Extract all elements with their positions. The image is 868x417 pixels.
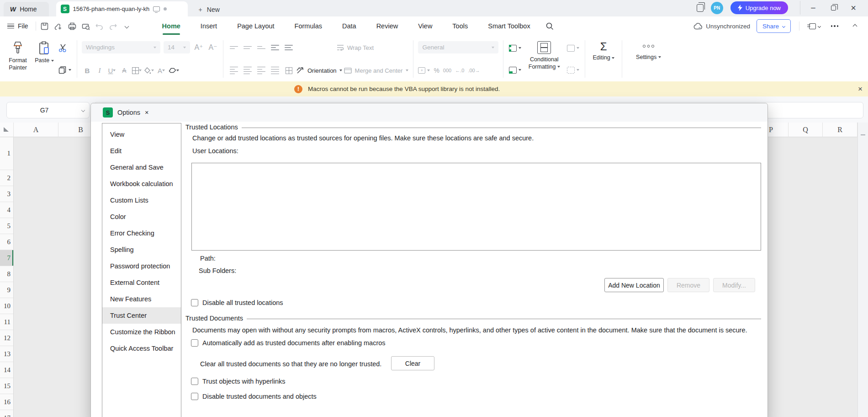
user-locations-listbox[interactable] — [191, 163, 761, 251]
collapse-ribbon-button[interactable] — [848, 19, 862, 33]
row-header[interactable]: 9 — [0, 282, 14, 298]
row-header[interactable]: 12 — [0, 330, 14, 346]
underline-button[interactable]: U — [106, 65, 117, 76]
row-header[interactable]: 11 — [0, 314, 14, 330]
decrease-decimal-button[interactable]: .00→ — [468, 68, 480, 73]
settings-button[interactable]: Settings — [633, 39, 664, 79]
tab-page-layout[interactable]: Page Layout — [227, 16, 284, 36]
delete-cells-button[interactable] — [509, 64, 521, 76]
row-header[interactable]: 8 — [0, 266, 14, 282]
align-bottom-button[interactable] — [255, 42, 267, 53]
remove-button[interactable]: Remove — [667, 278, 709, 292]
grow-font-button[interactable]: A⁺ — [193, 42, 204, 53]
add-new-location-button[interactable]: Add New Location — [604, 278, 664, 292]
row-header-selected[interactable]: 7 — [0, 250, 14, 266]
sidebar-item-workbook-calculation[interactable]: Workbook calculation — [102, 176, 181, 192]
tab-home[interactable]: Home — [152, 16, 191, 36]
row-header[interactable]: 16 — [0, 394, 14, 410]
align-top-button[interactable] — [228, 42, 240, 53]
row-header[interactable]: 13 — [0, 346, 14, 362]
orientation-button[interactable]: Orientation — [296, 64, 342, 76]
quick-toolbar-chevron[interactable] — [120, 19, 134, 33]
align-center-button[interactable] — [242, 65, 254, 76]
row-header[interactable]: 2 — [0, 170, 14, 186]
row-header[interactable]: 3 — [0, 186, 14, 202]
row-header[interactable]: 15 — [0, 378, 14, 394]
close-window-button[interactable]: × — [843, 1, 863, 15]
increase-decimal-button[interactable]: ←.0 — [455, 68, 464, 73]
font-color-button[interactable]: A — [156, 65, 167, 76]
disable-trusted-docs-checkbox[interactable] — [191, 393, 198, 400]
minimize-button[interactable]: – — [803, 1, 823, 15]
sidebar-item-external-content[interactable]: External Content — [102, 274, 181, 291]
increase-indent-button[interactable] — [283, 42, 295, 53]
shrink-font-button[interactable]: A⁻ — [207, 42, 218, 53]
home-launcher-tab[interactable]: W Home — [4, 2, 49, 16]
row-header[interactable]: 5 — [0, 218, 14, 234]
conditional-formatting-button[interactable]: ConditionalFormatting — [522, 39, 566, 79]
upgrade-now-button[interactable]: Upgrade now — [730, 1, 788, 14]
sidebar-item-spelling[interactable]: Spelling — [102, 241, 181, 258]
modify-button[interactable]: Modify... — [713, 278, 755, 292]
tab-formulas[interactable]: Formulas — [285, 16, 332, 36]
align-right-button[interactable] — [255, 65, 267, 76]
row-header[interactable]: 6 — [0, 234, 14, 250]
sync-status[interactable]: Unsynchronized — [693, 23, 750, 30]
font-size-select[interactable]: 14 — [164, 41, 190, 53]
comma-style-button[interactable]: 000 — [443, 68, 451, 73]
switch-layout-button[interactable] — [808, 19, 821, 33]
avatar[interactable]: PN — [711, 2, 723, 14]
sidebar-item-view[interactable]: View — [102, 126, 181, 143]
more-button[interactable] — [828, 19, 842, 33]
tab-list-icon[interactable] — [697, 4, 704, 12]
restore-button[interactable] — [823, 1, 843, 15]
print-preview-button[interactable] — [79, 19, 93, 33]
sidebar-item-new-features[interactable]: New Features — [102, 291, 181, 307]
strikethrough-button[interactable]: A — [119, 65, 130, 76]
font-name-select[interactable]: Wingdings — [82, 41, 160, 53]
file-menu-button[interactable]: File — [0, 16, 34, 36]
export-pdf-button[interactable] — [52, 19, 65, 33]
save-button[interactable] — [38, 19, 52, 33]
format-painter-button[interactable]: FormatPainter — [5, 39, 31, 79]
paste-button[interactable]: Paste — [31, 39, 58, 79]
justify-button[interactable] — [269, 65, 281, 76]
vertical-scrollbar[interactable] — [857, 123, 868, 417]
sidebar-item-quick-access-toolbar[interactable]: Quick Access Toolbar — [102, 340, 181, 357]
disable-trusted-locations-checkbox[interactable] — [191, 299, 198, 306]
print-button[interactable] — [65, 19, 79, 33]
row-header[interactable]: 14 — [0, 362, 14, 378]
sidebar-item-customize-the-ribbon[interactable]: Customize the Ribbon — [102, 324, 181, 340]
tab-smart-toolbox[interactable]: Smart Toolbox — [478, 16, 540, 36]
number-format-select[interactable]: General — [418, 41, 498, 53]
cell-style-button[interactable] — [567, 64, 579, 76]
borders-button[interactable] — [131, 65, 142, 76]
new-tab-button[interactable]: + New — [199, 6, 220, 13]
search-icon[interactable] — [543, 19, 557, 33]
clear-button[interactable]: Clear — [391, 356, 434, 370]
sidebar-item-password-protection[interactable]: Password protection — [102, 258, 181, 274]
warning-close-button[interactable]: × — [858, 85, 863, 94]
row-header[interactable]: 17 — [0, 410, 14, 417]
editing-button[interactable]: Σ Editing — [590, 39, 617, 79]
tab-tools[interactable]: Tools — [442, 16, 478, 36]
distributed-button[interactable] — [283, 65, 295, 76]
row-header[interactable]: 1 — [0, 137, 14, 170]
dialog-title-bar[interactable]: S Options × — [91, 103, 767, 122]
fill-color-button[interactable] — [143, 65, 154, 76]
cut-button[interactable] — [58, 42, 71, 54]
italic-button[interactable]: I — [94, 65, 105, 76]
align-left-button[interactable] — [228, 65, 240, 76]
eraser-button[interactable] — [168, 65, 179, 76]
tab-insert[interactable]: Insert — [191, 16, 227, 36]
column-header-q[interactable]: Q — [789, 123, 823, 137]
tab-data[interactable]: Data — [332, 16, 366, 36]
sidebar-item-general-and-save[interactable]: General and Save — [102, 159, 181, 176]
column-header-r[interactable]: R — [823, 123, 857, 137]
sidebar-item-error-checking[interactable]: Error Checking — [102, 225, 181, 241]
insert-cells-button[interactable] — [509, 42, 521, 54]
sidebar-item-edit[interactable]: Edit — [102, 143, 181, 159]
percent-button[interactable]: % — [434, 67, 439, 74]
format-as-table-button[interactable] — [567, 42, 579, 54]
accounting-format-button[interactable]: + — [418, 64, 430, 76]
